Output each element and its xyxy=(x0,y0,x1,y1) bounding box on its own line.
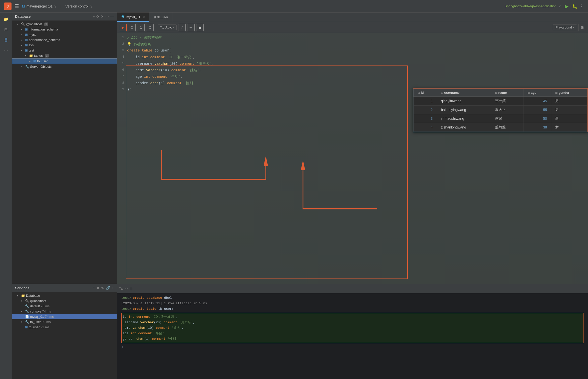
playground-dropdown[interactable]: Playground ▾ xyxy=(553,24,577,30)
hamburger-menu[interactable]: ☰ xyxy=(15,3,19,9)
link-action[interactable]: 🔗 xyxy=(106,286,110,290)
services-default[interactable]: 🔧 default 28 ms xyxy=(12,304,117,309)
settings-button[interactable]: ⚙ xyxy=(146,24,154,31)
code-line-6: 6 name varchar(10) comment '姓名', xyxy=(117,68,588,74)
col-header-age[interactable]: ⊞age xyxy=(523,89,551,97)
tab-tbuser[interactable]: ⊞ tb_user xyxy=(149,12,172,22)
tree-item-test[interactable]: ▾ ⊞ test xyxy=(12,48,117,53)
upper-area: 1 # DDL - 表结构操作 2 💡 创建表结构 3 create table… xyxy=(117,33,588,284)
add-service-action[interactable]: + xyxy=(112,286,114,290)
console-code-4: age int comment '年龄', xyxy=(123,331,582,336)
more-button[interactable]: ⋮ xyxy=(579,4,584,9)
stop-button[interactable]: ◼ xyxy=(196,24,204,31)
bottom-undo-btn[interactable]: ↩ xyxy=(125,287,128,291)
add-action[interactable]: + xyxy=(93,14,95,18)
history-button[interactable]: ⏱ xyxy=(128,24,136,31)
code-line-7: 7 age int comment '年龄', xyxy=(117,74,588,80)
tree-item-sys[interactable]: ▸ ⊞ sys xyxy=(12,42,117,48)
code-line-5: 5 username varchar(20) comment '用户名', xyxy=(117,61,588,68)
tab-mysql01[interactable]: 🐬 mysql_01 ✕ xyxy=(117,12,149,22)
console-log-1: test> create database dbol xyxy=(121,295,584,301)
services-title: Services xyxy=(15,286,90,290)
tab-bar: 🐬 mysql_01 ✕ ⊞ tb_user xyxy=(117,12,588,22)
project-name[interactable]: M maven-project01 ∨ xyxy=(22,4,57,8)
bottom-tx-label: Tx. xyxy=(119,287,124,290)
play-circle-button[interactable]: ⊙ xyxy=(137,24,145,31)
up-action[interactable]: ⌃ xyxy=(92,286,95,290)
run-query-button[interactable]: ▶ xyxy=(119,24,127,31)
sidebar-icon-dots[interactable]: ⋯ xyxy=(2,46,11,55)
services-tbuser-group[interactable]: ▾ 🔧 tb_user 92 ms xyxy=(12,319,117,324)
col-header-gender[interactable]: ⊞gender xyxy=(551,89,587,97)
table-row: 4 zishanlongwang 熬绮丝 38 女 xyxy=(414,123,587,132)
run-app-label: SpringbootWebReqRespApplication xyxy=(505,4,556,8)
arrow-tables[interactable]: ▾ xyxy=(25,54,28,57)
db-panel-actions: + ⟳ ✕ ⋯ — xyxy=(93,14,114,18)
close-action[interactable]: ✕ xyxy=(97,286,100,290)
arrow-information_schema[interactable]: ▸ xyxy=(21,28,24,31)
tree-item-tables[interactable]: ▾ 📁 tables 1 xyxy=(12,53,117,58)
icon-sidebar: 📁 ⊞ 🗄 ⋯ xyxy=(0,12,12,379)
tb-user-label: tb_user xyxy=(37,59,48,63)
col-header-name[interactable]: ⊞name xyxy=(491,89,523,97)
tree-item-information_schema[interactable]: ▸ ⊞ information_schema xyxy=(12,27,117,32)
services-tree: ▾ 📁 Database ▾ 🔌 @localhost 🔧 default 28… xyxy=(12,292,117,379)
tbuser-tab-icon: ⊞ xyxy=(153,16,156,19)
services-database[interactable]: ▾ 📁 Database xyxy=(12,293,117,298)
version-control[interactable]: Version control ∨ xyxy=(65,4,93,8)
db-panel-header: Database + ⟳ ✕ ⋯ — xyxy=(12,12,117,20)
services-console[interactable]: ▾ 🔧 console 74 ms xyxy=(12,309,117,314)
code-editor-inner[interactable]: 1 # DDL - 表结构操作 2 💡 创建表结构 3 create table… xyxy=(117,33,588,96)
arrow-tb_user[interactable]: ▸ xyxy=(29,60,32,62)
col-header-username[interactable]: ⊞username xyxy=(437,89,491,97)
eye-action[interactable]: 👁 xyxy=(101,286,105,290)
col-header-id[interactable]: ⊞id xyxy=(414,89,437,97)
console-code-5: gender char(1) comment '性别' xyxy=(123,336,582,342)
db-panel-title: Database xyxy=(15,14,91,18)
db-tree: ▾ 🔌 @localhost 5 ▸ ⊞ information_schema … xyxy=(12,20,117,284)
arrow-test[interactable]: ▾ xyxy=(21,49,24,52)
console-log-2: [2023-08-31 14:19:11] 1 row affected in … xyxy=(121,301,584,306)
table-view-button[interactable]: ⊞ xyxy=(578,24,586,31)
left-panel: Database + ⟳ ✕ ⋯ — ▾ 🔌 @localhost 5 xyxy=(12,12,117,379)
arrow-mysql[interactable]: ▸ xyxy=(21,33,24,36)
tree-item-localhost[interactable]: ▾ 🔌 @localhost 5 xyxy=(12,22,117,27)
collapse-action[interactable]: — xyxy=(110,14,114,18)
arrow-server-objects[interactable]: ▸ xyxy=(21,65,24,68)
tree-item-server-objects[interactable]: ▸ 🔧 Server Objects xyxy=(12,64,117,69)
code-line-8: 8 gender char(1) comment '性别' xyxy=(117,80,588,87)
tree-item-mysql[interactable]: ▸ ⊞ mysql xyxy=(12,32,117,37)
bottom-toolbar: Tx. ↩ ⊞ xyxy=(117,284,588,293)
sidebar-icon-db[interactable]: 🗄 xyxy=(2,36,11,44)
services-panel: Services ⌃ ✕ 👁 🔗 + ▾ 📁 Database xyxy=(12,284,117,379)
database-panel: Database + ⟳ ✕ ⋯ — ▾ 🔌 @localhost 5 xyxy=(12,12,117,284)
debug-button[interactable]: 🐛 xyxy=(572,4,577,9)
arrow-performance_schema[interactable]: ▸ xyxy=(21,38,24,41)
run-button[interactable]: ▶ xyxy=(563,3,570,10)
tree-item-tb_user[interactable]: ▸ ⊞ tb_user xyxy=(12,58,117,64)
sidebar-icon-files[interactable]: 📁 xyxy=(2,14,11,24)
code-editor[interactable]: 1 # DDL - 表结构操作 2 💡 创建表结构 3 create table… xyxy=(117,33,588,284)
code-line-1: 1 # DDL - 表结构操作 xyxy=(117,35,588,42)
undo-button[interactable]: ↩ xyxy=(187,24,195,31)
refresh-action[interactable]: ⟳ xyxy=(96,14,99,18)
sidebar-icon-structure[interactable]: ⊞ xyxy=(2,25,11,34)
result-table: ⊞id ⊞username ⊞name ⊞age ⊞gender 1 qingy… xyxy=(413,88,587,132)
services-tbuser-entry[interactable]: ⊞ tb_user 92 ms xyxy=(12,324,117,330)
table-row: 3 jinmaoshiwang 谢逊 50 男 xyxy=(414,114,587,123)
services-localhost[interactable]: ▾ 🔌 @localhost xyxy=(12,298,117,304)
bottom-table-btn[interactable]: ⊞ xyxy=(130,287,133,291)
localhost-label: @localhost xyxy=(26,22,42,26)
tab-mysql01-close[interactable]: ✕ xyxy=(143,15,145,18)
top-bar: J ☰ M maven-project01 ∨ | Version contro… xyxy=(0,0,588,12)
remove-action[interactable]: ✕ xyxy=(101,14,104,18)
localhost-count: 5 xyxy=(44,22,48,26)
tree-arrow-localhost[interactable]: ▾ xyxy=(17,23,20,26)
more-action[interactable]: ⋯ xyxy=(105,14,109,18)
arrow-sys[interactable]: ▸ xyxy=(21,44,24,46)
table-row: 1 qingyifuwang 韦一笑 45 男 xyxy=(414,97,587,106)
services-mysql01[interactable]: 📄 mysql_01 74 ms xyxy=(12,314,117,319)
tree-item-performance_schema[interactable]: ▸ ⊞ performance_schema xyxy=(12,37,117,42)
tx-dropdown[interactable]: Tx: Auto ▾ xyxy=(158,24,177,30)
check-button[interactable]: ✓ xyxy=(178,24,186,31)
